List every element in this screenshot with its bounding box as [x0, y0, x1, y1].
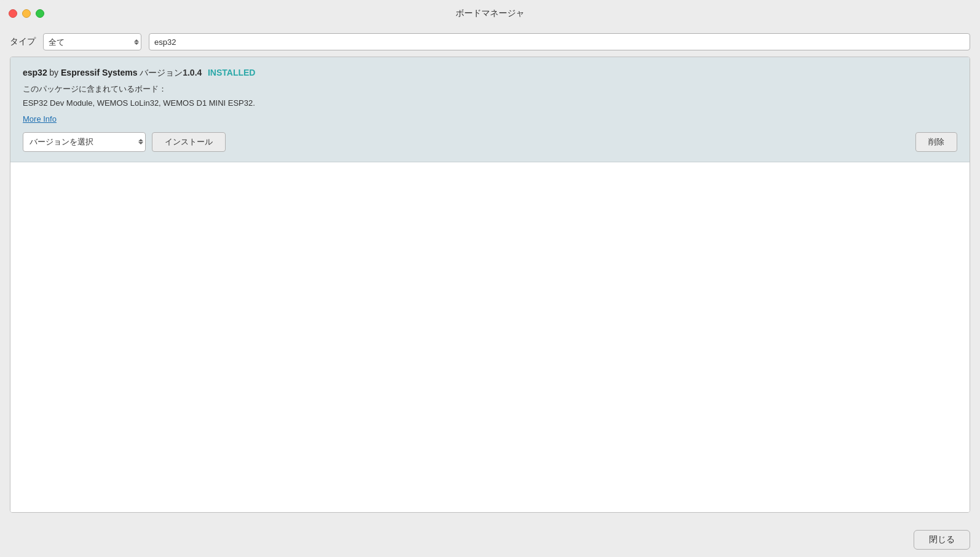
footer: 閉じる — [0, 523, 980, 557]
more-info-link[interactable]: More Info — [23, 114, 57, 124]
search-input[interactable] — [149, 33, 970, 50]
title-bar: ボードマネージャ — [0, 0, 980, 27]
package-version: 1.0.4 — [183, 68, 202, 77]
content-empty — [10, 162, 970, 512]
close-button[interactable]: 閉じる — [914, 530, 970, 550]
install-button[interactable]: インストール — [152, 132, 226, 152]
content-area: esp32 by Espressif Systems バージョン1.0.4 IN… — [10, 57, 970, 513]
package-description: このパッケージに含まれているボード： — [23, 83, 957, 95]
package-title-line: esp32 by Espressif Systems バージョン1.0.4 IN… — [23, 67, 957, 79]
package-item: esp32 by Espressif Systems バージョン1.0.4 IN… — [10, 57, 970, 162]
package-boards: ESP32 Dev Module, WEMOS LoLin32, WEMOS D… — [23, 97, 957, 109]
window-title: ボードマネージャ — [456, 8, 524, 19]
traffic-lights — [9, 9, 44, 18]
minimize-window-button[interactable] — [22, 9, 31, 18]
remove-button[interactable]: 削除 — [915, 132, 957, 152]
package-by-label: by — [49, 68, 61, 77]
type-select[interactable]: 全て — [43, 33, 141, 50]
toolbar: タイプ 全て — [0, 27, 980, 57]
board-manager-window: ボードマネージャ タイプ 全て esp32 by Espressif Syste… — [0, 0, 980, 557]
type-label: タイプ — [10, 36, 36, 47]
package-author: Espressif Systems — [61, 68, 138, 77]
package-actions: バージョンを選択 インストール 削除 — [23, 132, 957, 152]
close-window-button[interactable] — [9, 9, 17, 18]
maximize-window-button[interactable] — [36, 9, 44, 18]
package-status: INSTALLED — [208, 68, 256, 77]
version-select[interactable]: バージョンを選択 — [23, 132, 146, 152]
package-version-label: バージョン — [140, 68, 183, 77]
type-select-wrapper: 全て — [43, 33, 141, 50]
package-name: esp32 — [23, 68, 47, 77]
version-select-wrapper: バージョンを選択 — [23, 132, 146, 152]
